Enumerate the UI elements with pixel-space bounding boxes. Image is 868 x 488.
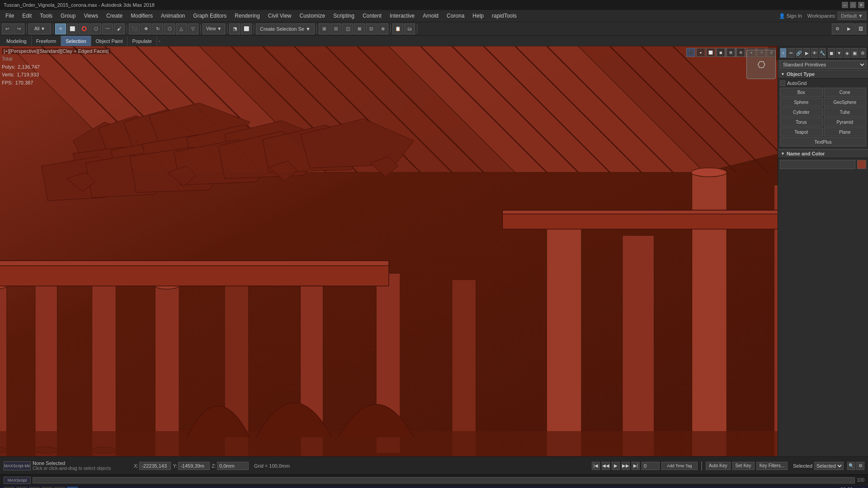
menu-create[interactable]: Create [103, 12, 126, 20]
panel-tab-misc2[interactable]: ▼ [836, 48, 843, 58]
filter-icon[interactable]: ⚙ [856, 462, 864, 470]
select-move-button[interactable]: ✥ [141, 23, 151, 34]
reference-coord-dropdown[interactable]: View ▼ [203, 23, 225, 34]
minimize-button[interactable]: ─ [842, 2, 848, 8]
menu-modifiers[interactable]: Modifiers [127, 12, 156, 20]
search-icon[interactable]: 🔍 [847, 462, 855, 470]
obj-btn-torus[interactable]: Torus [780, 117, 823, 127]
vp-tab6[interactable]: ⚙ [736, 48, 745, 57]
panel-tab-misc4[interactable]: ▣ [851, 48, 858, 58]
viewport[interactable]: [+][Perspective][Standard][Clay + Edged … [0, 46, 778, 456]
menu-help[interactable]: Help [469, 12, 487, 20]
vp-tab2[interactable]: ● [696, 48, 705, 57]
window-crossing-button[interactable]: ⬛ [129, 23, 140, 34]
panel-tab-misc3[interactable]: ◈ [844, 48, 850, 58]
menu-scripting[interactable]: Scripting [330, 12, 358, 20]
obj-btn-geosphere[interactable]: GeoSphere [824, 98, 867, 107]
close-button[interactable]: ✕ [858, 2, 864, 8]
scale-squash-button[interactable]: ▽ [188, 23, 198, 34]
orientation-cube[interactable]: ⬡ [746, 50, 776, 79]
menu-animation[interactable]: Animation [157, 12, 189, 20]
scale-uniform-button[interactable]: △ [176, 23, 187, 34]
obj-btn-teapot[interactable]: Teapot [780, 127, 823, 136]
keyfilters-button[interactable]: Key Filters... [756, 462, 788, 470]
menu-arnold[interactable]: Arnold [419, 12, 442, 20]
autokey-button[interactable]: Auto Key [706, 462, 731, 470]
setkey-button[interactable]: Set Key [732, 462, 755, 470]
panel-tab-motion[interactable]: ▶ [803, 48, 810, 58]
menu-content[interactable]: Content [359, 12, 385, 20]
workspace-value[interactable]: Default ▼ [838, 12, 866, 20]
rotate-button[interactable]: ↻ [152, 23, 163, 34]
redo-button[interactable]: ↪ [14, 23, 24, 34]
obj-btn-sphere[interactable]: Sphere [780, 98, 823, 107]
select-object-button[interactable]: ✛ [55, 23, 66, 34]
select-filter-dropdown[interactable]: All ▼ [28, 23, 51, 34]
menu-customize[interactable]: Customize [296, 12, 329, 20]
menu-interactive[interactable]: Interactive [386, 12, 418, 20]
select-region-lasso[interactable]: 〰 [102, 23, 113, 34]
toolbar-extra-1[interactable]: ⊞ [319, 23, 330, 34]
scale-button[interactable]: ⬡ [164, 23, 175, 34]
add-time-tag-button[interactable]: Add Time Tag [661, 462, 698, 470]
create-selection-button[interactable]: Create Selection Se ▼ [256, 23, 315, 34]
panel-tab-misc5[interactable]: ⚙ [859, 48, 866, 58]
scene-explorer-button[interactable]: 🗂 [404, 23, 415, 34]
z-coord-value[interactable]: 0,0mm [217, 462, 249, 470]
prev-frame-button[interactable]: |◀ [592, 462, 600, 470]
panel-tab-modify[interactable]: ✏ [788, 48, 794, 58]
next-key-button[interactable]: ▶▶ [622, 462, 630, 470]
menu-rendering[interactable]: Rendering [231, 12, 263, 20]
tab-freeform[interactable]: Freeform [32, 36, 61, 47]
sign-in-button[interactable]: 👤 Sign In [779, 13, 802, 19]
undo-button[interactable]: ↩ [2, 23, 13, 34]
maxscript-mini[interactable]: MAXScript [4, 477, 31, 484]
maxscript-button[interactable]: MAXScript Mir [4, 461, 31, 470]
x-coord-value[interactable]: -22235,143 [139, 462, 171, 470]
name-and-color-header[interactable]: ▼ Name and Color [778, 149, 868, 158]
primitive-type-select[interactable]: Standard Primitives [780, 61, 866, 69]
panel-tab-create[interactable]: + [780, 48, 787, 58]
panel-tab-utilities[interactable]: 🔧 [819, 48, 826, 58]
panel-tab-misc1[interactable]: ◼ [828, 48, 835, 58]
object-name-input[interactable] [780, 160, 855, 169]
select-region-fence[interactable]: ⬡ [90, 23, 101, 34]
tab-modeling[interactable]: Modeling [2, 36, 32, 47]
toolbar-extra-3[interactable]: ◫ [342, 23, 353, 34]
menu-civil-view[interactable]: Civil View [264, 12, 295, 20]
current-frame-field[interactable]: 0 [642, 462, 660, 470]
menu-views[interactable]: Views [80, 12, 102, 20]
menu-file[interactable]: File [2, 12, 18, 20]
render-frame-button[interactable]: 🖼 [855, 23, 866, 34]
menu-group[interactable]: Group [57, 12, 79, 20]
autogrid-checkbox[interactable] [780, 80, 785, 86]
select-region-rect[interactable]: ⬜ [67, 23, 78, 34]
toolbar-extra-2[interactable]: ⊟ [330, 23, 341, 34]
selected-dropdown[interactable]: Selected [814, 462, 844, 470]
toolbar-extra-4[interactable]: ⊠ [354, 23, 365, 34]
next-frame-button[interactable]: ▶| [632, 462, 640, 470]
menu-edit[interactable]: Edit [19, 12, 35, 20]
menu-tools[interactable]: Tools [36, 12, 56, 20]
panel-tab-display[interactable]: 👁 [811, 48, 818, 58]
vp-tab4[interactable]: ◼ [716, 48, 725, 57]
select-region-paint[interactable]: 🖌 [114, 23, 125, 34]
select-region-circle[interactable]: ⭕ [79, 23, 90, 34]
menu-graph-editors[interactable]: Graph Editors [189, 12, 230, 20]
obj-btn-box[interactable]: Box [780, 88, 823, 97]
toolbar-extra-5[interactable]: ⊡ [366, 23, 377, 34]
object-type-header[interactable]: ▼ Object Type [778, 70, 868, 79]
obj-btn-textplus[interactable]: TextPlus [780, 137, 866, 146]
timeline-slider[interactable] [33, 477, 855, 483]
maximize-button[interactable]: □ [850, 2, 856, 8]
layer-button[interactable]: 📋 [392, 23, 403, 34]
play-button[interactable]: ▶ [612, 462, 620, 470]
mirror-button[interactable]: ⬔ [229, 23, 240, 34]
panel-tab-hierarchy[interactable]: 🔗 [796, 48, 802, 58]
vp-tab5[interactable]: ⊠ [726, 48, 735, 57]
menu-rapidtools[interactable]: rapidTools [488, 12, 520, 20]
tab-object-paint[interactable]: Object Paint [91, 36, 128, 47]
obj-btn-cylinder[interactable]: Cylinder [780, 108, 823, 117]
tab-selection[interactable]: Selection [61, 36, 91, 47]
y-coord-value[interactable]: -1459,39m [178, 462, 210, 470]
